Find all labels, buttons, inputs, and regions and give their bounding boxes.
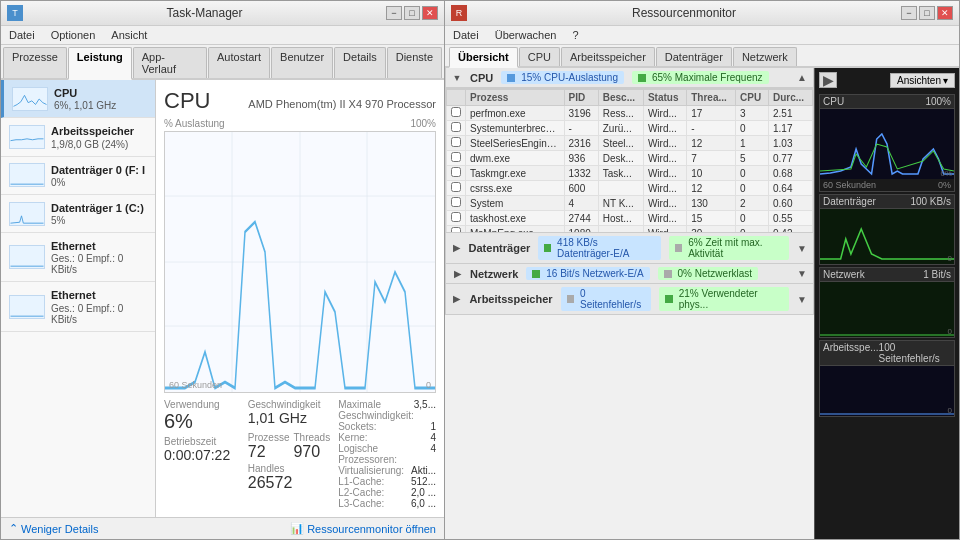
table-cell: NT K... (598, 196, 643, 211)
row-checkbox[interactable] (451, 137, 461, 147)
table-cell: Wird... (643, 121, 686, 136)
l3-row: L3-Cache: 6,0 ... (338, 498, 436, 509)
rm-memory-section-header[interactable]: ▶ Arbeitsspeicher 0 Seitenfehler/s 21% V… (445, 284, 814, 315)
tab-benutzer[interactable]: Benutzer (271, 47, 333, 78)
rm-menu-uberwachen[interactable]: Überwachen (491, 28, 561, 42)
rm-disk-expand[interactable]: ▼ (797, 243, 807, 254)
close-button[interactable]: ✕ (422, 6, 438, 20)
cpu-graph-area: 60 Sekunden 0 (164, 131, 436, 393)
tab-app-verlauf[interactable]: App-Verlauf (133, 47, 207, 78)
table-cell: 1.17 (769, 121, 813, 136)
rm-memory-expand[interactable]: ▼ (797, 294, 807, 305)
resmon-link[interactable]: 📊 Ressourcenmonitor öffnen (290, 522, 436, 535)
table-row[interactable]: perfmon.exe3196Ress...Wird...1732.51 (447, 106, 813, 121)
row-checkbox[interactable] (451, 152, 461, 162)
table-row[interactable]: dwm.exe936Desk...Wird...750.77 (447, 151, 813, 166)
l2-label: L2-Cache: (338, 487, 384, 498)
sidebar-item-cpu[interactable]: CPU 6%, 1,01 GHz (1, 80, 155, 118)
sidebar-item-memory[interactable]: Arbeitsspeicher 1,9/8,0 GB (24%) (1, 118, 155, 156)
rm-disk-badge1: 418 KB/s Datenträger-E/A (538, 236, 661, 260)
sidebar-eth1-info: Ethernet Ges.: 0 Empf.: 0 KBit/s (51, 288, 147, 324)
sidebar-cpu-info: CPU 6%, 1,01 GHz (54, 86, 116, 111)
rm-tab-ubersicht[interactable]: Übersicht (449, 47, 518, 68)
col-durc: Durc... (769, 90, 813, 106)
maximize-button[interactable]: □ (404, 6, 420, 20)
rm-ansicht-chevron: ▾ (943, 75, 948, 86)
rm-expand-all-btn[interactable]: ▶ (819, 72, 837, 88)
table-row[interactable]: Taskmgr.exe1332Task...Wird...1000.68 (447, 166, 813, 181)
tab-dienste[interactable]: Dienste (387, 47, 442, 78)
handles-label: Handles (248, 463, 330, 474)
handles-group: Handles 26572 (248, 463, 330, 492)
table-row[interactable]: Systemunterbrechungen-Zurü...Wird...-01.… (447, 121, 813, 136)
minimize-button[interactable]: − (386, 6, 402, 20)
table-row[interactable]: System4NT K...Wird...13020.60 (447, 196, 813, 211)
sidebar-cpu-label: CPU (54, 86, 116, 100)
row-checkbox[interactable] (451, 122, 461, 132)
menu-datei[interactable]: Datei (5, 28, 39, 42)
rm-disk-section-header[interactable]: ▶ Datenträger 418 KB/s Datenträger-E/A 6… (445, 233, 814, 264)
sidebar-item-disk0[interactable]: Datenträger 0 (F: I 0% (1, 157, 155, 195)
sidebar-disk1-info: Datenträger 1 (C:) 5% (51, 201, 144, 226)
table-cell: 15 (687, 211, 736, 226)
rm-minimize-btn[interactable]: − (901, 6, 917, 20)
sidebar-item-eth0[interactable]: Ethernet Ges.: 0 Empf.: 0 KBit/s (1, 233, 155, 282)
max-speed-value: 3,5... (414, 399, 436, 421)
table-cell: Task... (598, 166, 643, 181)
sidebar-item-eth1[interactable]: Ethernet Ges.: 0 Empf.: 0 KBit/s (1, 282, 155, 331)
rm-memory-badge2: 21% Verwendeter phys... (659, 287, 789, 311)
rm-maximize-btn[interactable]: □ (919, 6, 935, 20)
table-cell: 0.68 (769, 166, 813, 181)
rm-cpu-table-container[interactable]: Prozess PID Besc... Status Threa... CPU … (445, 88, 814, 233)
rm-cpu-expand[interactable]: ▲ (797, 72, 807, 83)
cpu-graph-0: 0 (426, 380, 431, 390)
table-cell: 10 (687, 166, 736, 181)
table-cell: 0 (736, 226, 769, 234)
tab-leistung[interactable]: Leistung (68, 47, 132, 80)
row-checkbox[interactable] (451, 197, 461, 207)
tab-prozesse[interactable]: Prozesse (3, 47, 67, 78)
sidebar-memory-info: Arbeitsspeicher 1,9/8,0 GB (24%) (51, 124, 134, 149)
table-row[interactable]: csrss.exe600Wird...1200.64 (447, 181, 813, 196)
geschwindigkeit-group: Geschwindigkeit 1,01 GHz Prozesse Thread… (248, 399, 330, 509)
sidebar-item-disk1[interactable]: Datenträger 1 (C:) 5% (1, 195, 155, 233)
rm-network-expand[interactable]: ▼ (797, 268, 807, 279)
row-checkbox[interactable] (451, 107, 461, 117)
table-row[interactable]: SteelSeriesEngine3.exe2316Steel...Wird..… (447, 136, 813, 151)
row-checkbox[interactable] (451, 212, 461, 222)
virtualisierung-value: Akti... (411, 465, 436, 476)
svg-rect-8 (820, 209, 954, 264)
rm-tab-cpu[interactable]: CPU (519, 47, 560, 66)
menu-optionen[interactable]: Optionen (47, 28, 100, 42)
tab-autostart[interactable]: Autostart (208, 47, 270, 78)
row-checkbox[interactable] (451, 167, 461, 177)
rm-menu-help[interactable]: ? (568, 28, 582, 42)
rm-cpu-badge2: 65% Maximale Frequenz (632, 71, 769, 84)
rm-menu-datei[interactable]: Datei (449, 28, 483, 42)
rm-network-section-header[interactable]: ▶ Netzwerk 16 Bit/s Netzwerk-E/A 0% Netz… (445, 264, 814, 284)
table-row[interactable]: MsMpEng.exe1080Wird...3000.42 (447, 226, 813, 234)
svg-rect-9 (820, 282, 954, 337)
logische-proz-value: 4 (430, 443, 436, 465)
rm-close-btn[interactable]: ✕ (937, 6, 953, 20)
menu-ansicht[interactable]: Ansicht (107, 28, 151, 42)
prozesse-label: Prozesse (248, 432, 290, 443)
sidebar-eth1-value: Ges.: 0 Empf.: 0 KBit/s (51, 303, 147, 325)
rm-ansicht-btn[interactable]: Ansichten ▾ (890, 73, 955, 88)
table-cell: Wird... (643, 106, 686, 121)
rm-cpu-section-header[interactable]: ▼ CPU 15% CPU-Auslastung 65% Maximale Fr… (445, 68, 814, 88)
cpu-mini-chart (12, 87, 48, 111)
logische-proz-label: Logische Prozessoren: (338, 443, 430, 465)
rm-title: Ressourcenmonitor (467, 6, 901, 20)
tab-details[interactable]: Details (334, 47, 386, 78)
rm-tab-netzwerk[interactable]: Netzwerk (733, 47, 797, 66)
l1-row: L1-Cache: 512... (338, 476, 436, 487)
col-threads: Threa... (687, 90, 736, 106)
table-cell: Wird... (643, 181, 686, 196)
max-speed-label: Maximale Geschwindigkeit: (338, 399, 414, 421)
table-row[interactable]: taskhost.exe2744Host...Wird...1500.55 (447, 211, 813, 226)
rm-tab-arbeitsspeicher[interactable]: Arbeitsspeicher (561, 47, 655, 66)
less-details-link[interactable]: ⌃ Weniger Details (9, 522, 98, 535)
rm-tab-datentrager[interactable]: Datenträger (656, 47, 732, 66)
row-checkbox[interactable] (451, 182, 461, 192)
